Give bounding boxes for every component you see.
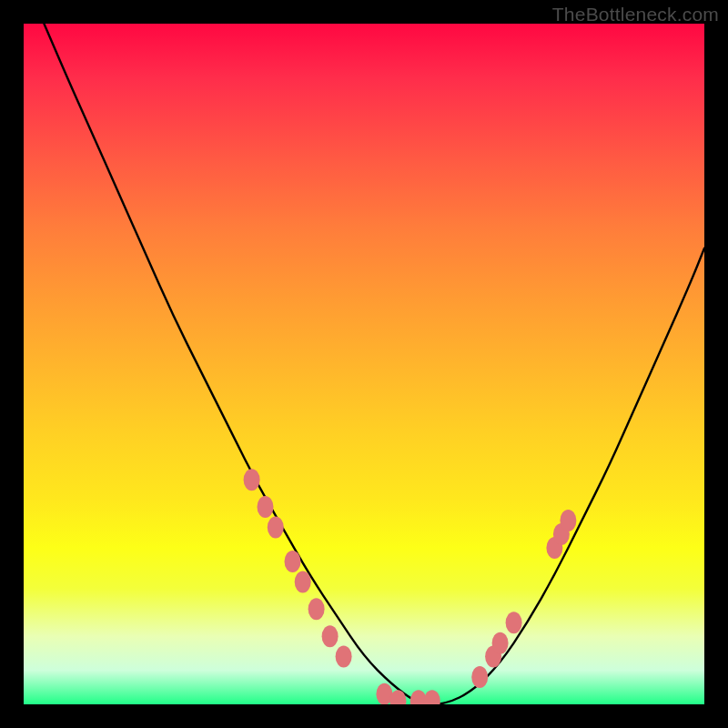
highlight-dot — [336, 646, 352, 668]
highlight-dot — [560, 510, 576, 531]
highlight-dot — [308, 598, 325, 620]
chart-frame: TheBottleneck.com — [0, 0, 728, 728]
highlight-dot — [295, 571, 311, 592]
highlight-dot — [492, 632, 509, 654]
highlight-dot — [424, 690, 440, 704]
highlight-dot — [506, 612, 522, 633]
highlight-dot — [244, 469, 260, 490]
highlight-dots — [244, 469, 577, 704]
highlight-dot — [322, 625, 339, 647]
highlight-dot — [258, 496, 274, 518]
highlight-dot — [285, 551, 301, 572]
watermark-text: TheBottleneck.com — [552, 4, 719, 25]
chart-plot-area — [24, 24, 704, 704]
bottleneck-curve — [44, 24, 704, 704]
chart-svg — [24, 24, 704, 704]
highlight-dot — [268, 517, 284, 539]
highlight-dot — [471, 666, 488, 688]
